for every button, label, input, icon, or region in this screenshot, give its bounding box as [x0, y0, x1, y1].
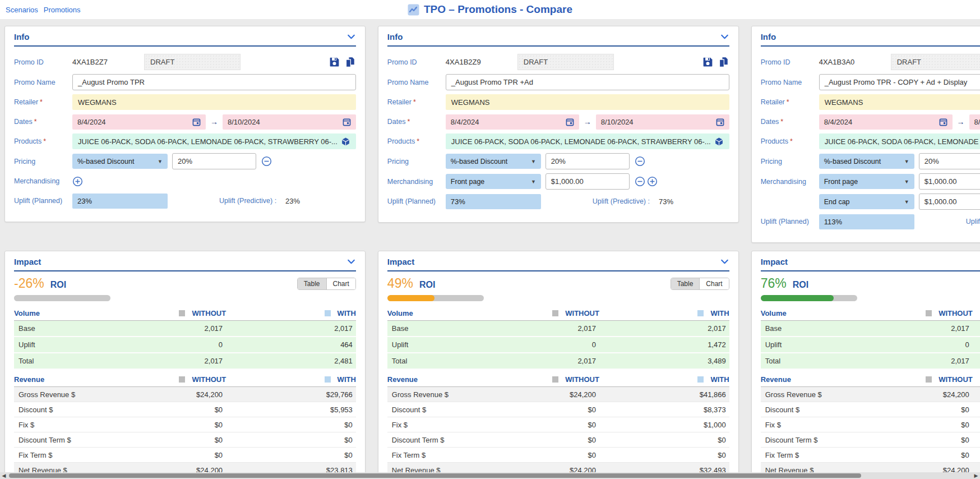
- uplift-planned-input[interactable]: 23%: [72, 194, 168, 209]
- without-swatch-icon: [179, 310, 185, 316]
- add-merchandising-icon[interactable]: [647, 176, 658, 187]
- calendar-icon[interactable]: [716, 118, 724, 126]
- pricing-value-input[interactable]: 20%: [172, 153, 256, 169]
- revenue-row: Fix $$0$2,000: [761, 417, 980, 432]
- copy-icon[interactable]: [344, 56, 356, 68]
- calendar-icon[interactable]: [343, 118, 351, 126]
- dates-label: Dates*: [387, 118, 446, 126]
- merchandising-type-dropdown[interactable]: Front page▼: [819, 174, 914, 189]
- calendar-icon[interactable]: [192, 118, 201, 126]
- package-icon[interactable]: [341, 137, 350, 146]
- promo-name-input[interactable]: _August Promo TPR - COPY + Ad + Display: [819, 74, 980, 90]
- pricing-value-input[interactable]: 20%: [919, 153, 980, 169]
- volume-section-title: Volume: [761, 309, 898, 317]
- remove-pricing-icon[interactable]: [635, 156, 645, 167]
- end-date-input[interactable]: 8/10/2024: [596, 114, 729, 130]
- merchandising-row: End cap▼$1,000.00: [761, 194, 980, 210]
- collapse-chevron-icon[interactable]: [720, 32, 729, 42]
- merchandising-value-input[interactable]: $1,000.00: [546, 173, 630, 190]
- required-asterisk: *: [413, 98, 416, 106]
- calendar-icon[interactable]: [939, 118, 947, 126]
- start-date-input[interactable]: 8/4/2024: [72, 114, 206, 130]
- retailer-field[interactable]: WEGMANS: [819, 94, 980, 110]
- info-panel: Info Promo ID 4XA1B2Z9 DRAFT: [378, 26, 739, 223]
- revenue-section-title: Revenue: [387, 375, 524, 384]
- promo-name-input[interactable]: _August Promo TPR +Ad: [446, 74, 729, 90]
- revenue-without-value: $0: [898, 436, 973, 444]
- volume-table: Volume WITHOUT WITH Base2,0172,017Uplift…: [14, 306, 356, 370]
- revenue-row-label: Discount Term $: [387, 436, 524, 444]
- volume-without-value: 2,017: [151, 357, 226, 365]
- required-asterisk: *: [43, 137, 46, 145]
- merchandising-label: Merchandising: [387, 178, 446, 186]
- revenue-without-value: $24,200: [151, 390, 226, 399]
- chart-view-button[interactable]: Chart: [700, 278, 728, 289]
- table-view-button[interactable]: Table: [298, 278, 327, 289]
- add-merchandising-icon[interactable]: [72, 176, 83, 187]
- without-swatch-icon: [926, 310, 932, 316]
- end-date-input[interactable]: 8/10/2024: [969, 114, 980, 130]
- remove-merchandising-icon[interactable]: [635, 176, 645, 187]
- promo-name-input[interactable]: _August Promo TPR: [72, 74, 356, 90]
- volume-row: Uplift0464: [14, 337, 356, 353]
- volume-row-label: Base: [387, 324, 524, 333]
- revenue-with-value: $0: [599, 436, 729, 444]
- merchandising-type-dropdown[interactable]: Front page▼: [446, 174, 541, 189]
- merchandising-value-input[interactable]: $1,000.00: [919, 173, 980, 190]
- products-field[interactable]: JUICE 06-PACK, SODA 06-PACK, LEMONADE 06…: [446, 133, 729, 149]
- roi-progress-bar: [387, 295, 484, 301]
- pricing-row: Pricing %-based Discount▼ 20%: [761, 153, 980, 169]
- package-icon[interactable]: [714, 137, 724, 146]
- revenue-with-value: $0: [973, 436, 980, 444]
- revenue-without-value: $0: [524, 406, 599, 414]
- revenue-with-value: $2,000: [973, 421, 980, 429]
- merchandising-value-input[interactable]: $1,000.00: [919, 194, 980, 210]
- promo-name-label: Promo Name: [14, 79, 72, 86]
- promo-id-row: Promo ID 4XA1B3A0 DRAFT: [761, 54, 980, 70]
- collapse-chevron-icon[interactable]: [720, 257, 729, 266]
- uplift-planned-input[interactable]: 113%: [819, 214, 914, 229]
- volume-row-label: Uplift: [761, 340, 898, 349]
- horizontal-scrollbar-thumb[interactable]: [9, 473, 861, 478]
- retailer-row: Retailer* WEGMANS: [14, 94, 356, 110]
- chevron-down-icon: ▼: [904, 179, 909, 185]
- revenue-without-value: $0: [151, 421, 226, 429]
- pricing-type-dropdown[interactable]: %-based Discount▼: [446, 154, 541, 169]
- collapse-chevron-icon[interactable]: [346, 257, 356, 266]
- scroll-right-arrow-icon[interactable]: ▶: [972, 472, 980, 479]
- products-label: Products*: [761, 137, 819, 145]
- pricing-type-dropdown[interactable]: %-based Discount▼: [72, 154, 168, 169]
- pricing-value-input[interactable]: 20%: [546, 153, 630, 169]
- breadcrumb: Scenarios Promotions: [0, 6, 81, 14]
- products-field[interactable]: JUICE 06-PACK, SODA 06-PACK, LEMONADE 06…: [819, 133, 980, 149]
- merchandising-type-dropdown[interactable]: End cap▼: [819, 194, 914, 209]
- start-date-input[interactable]: 8/4/2024: [446, 114, 579, 130]
- start-date-input[interactable]: 8/4/2024: [819, 114, 953, 130]
- breadcrumb-promotions[interactable]: Promotions: [44, 6, 81, 14]
- revenue-without-value: $0: [151, 451, 226, 459]
- retailer-field[interactable]: WEGMANS: [446, 94, 729, 110]
- copy-icon[interactable]: [718, 56, 729, 68]
- horizontal-scrollbar[interactable]: ◀ ▶: [0, 472, 980, 479]
- pricing-type-dropdown[interactable]: %-based Discount▼: [819, 154, 914, 169]
- promo-id-label: Promo ID: [761, 58, 819, 66]
- uplift-planned-label: Uplift (Planned): [387, 197, 446, 205]
- chart-view-button[interactable]: Chart: [327, 278, 355, 289]
- save-icon[interactable]: [329, 56, 340, 68]
- revenue-row: Fix Term $$0$0: [387, 448, 729, 463]
- collapse-chevron-icon[interactable]: [346, 32, 356, 42]
- retailer-field[interactable]: WEGMANS: [72, 94, 356, 110]
- products-field[interactable]: JUICE 06-PACK, SODA 06-PACK, LEMONADE 06…: [72, 133, 356, 149]
- save-icon[interactable]: [702, 56, 714, 68]
- calendar-icon[interactable]: [566, 118, 574, 126]
- uplift-planned-input[interactable]: 73%: [446, 194, 541, 209]
- scroll-left-arrow-icon[interactable]: ◀: [0, 472, 8, 479]
- impact-panel: Impact 76% ROI Table Chart Volume WITHOU…: [751, 251, 980, 479]
- remove-pricing-icon[interactable]: [261, 156, 272, 167]
- volume-row-label: Total: [14, 357, 151, 365]
- table-view-button[interactable]: Table: [671, 278, 700, 289]
- breadcrumb-scenarios[interactable]: Scenarios: [6, 6, 38, 14]
- revenue-row-label: Discount Term $: [14, 436, 151, 444]
- required-asterisk: *: [780, 118, 783, 126]
- end-date-input[interactable]: 8/10/2024: [223, 114, 356, 130]
